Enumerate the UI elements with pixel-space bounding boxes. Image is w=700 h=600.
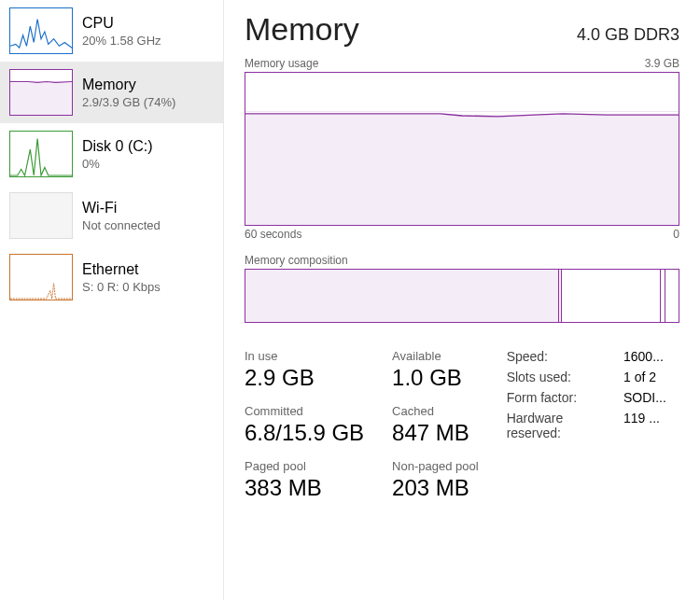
wifi-sparkline-icon [9,192,73,239]
usage-graph-labels: Memory usage 3.9 GB [245,57,679,70]
composition-label: Memory composition [245,254,679,267]
hw-reserved: Hardware reserved: 119 ... [507,411,679,440]
ethernet-sparkline-icon [9,254,73,300]
sidebar-item-disk[interactable]: Disk 0 (C:) 0% [0,123,223,185]
hw-label: Slots used: [507,370,571,384]
stat-value: 203 MB [392,475,479,501]
stat-value: 6.8/15.9 GB [245,420,364,446]
hw-label: Form factor: [507,390,577,405]
hw-value: 1 of 2 [623,370,679,384]
usage-graph-title: Memory usage [245,57,318,70]
sidebar-item-memory[interactable]: Memory 2.9/3.9 GB (74%) [0,62,223,123]
sidebar-item-wifi[interactable]: Wi-Fi Not connected [0,185,223,246]
sidebar-item-cpu[interactable]: CPU 20% 1.58 GHz [0,0,223,62]
stat-label: In use [245,349,364,363]
stat-label: Paged pool [245,459,364,473]
sidebar-item-sub: S: 0 R: 0 Kbps [82,280,161,294]
stats: In use 2.9 GB Available 1.0 GB Committed… [245,349,679,514]
sidebar-item-label: Ethernet [82,261,161,278]
hardware-info: Speed: 1600... Slots used: 1 of 2 Form f… [507,349,679,514]
hw-slots: Slots used: 1 of 2 [507,370,679,384]
hw-value: SODI... [623,390,679,405]
memory-capacity: 4.0 GB DDR3 [577,25,679,45]
composition-segment-standby [562,270,662,322]
sidebar-item-label: Wi-Fi [82,200,161,216]
stat-value: 2.9 GB [245,365,364,391]
page-title: Memory [245,11,359,48]
hw-form-factor: Form factor: SODI... [507,390,679,405]
stat-label: Committed [245,404,364,418]
stats-left: In use 2.9 GB Available 1.0 GB Committed… [245,349,479,514]
stat-in-use: In use 2.9 GB [245,349,364,391]
sidebar-item-sub: Not connected [82,218,161,232]
cpu-sparkline-icon [9,7,73,54]
composition-segment-cap2 [665,270,679,322]
sidebar-item-label: Memory [82,77,175,93]
sidebar: CPU 20% 1.58 GHz Memory 2.9/3.9 GB (74%)… [0,0,224,600]
hw-label: Speed: [507,349,548,364]
hw-speed: Speed: 1600... [507,349,679,364]
stat-committed: Committed 6.8/15.9 GB [245,404,364,446]
stat-available: Available 1.0 GB [392,349,479,391]
main-panel: Memory 4.0 GB DDR3 Memory usage 3.9 GB 6… [224,0,700,600]
sidebar-item-ethernet[interactable]: Ethernet S: 0 R: 0 Kbps [0,246,223,308]
stat-paged-pool: Paged pool 383 MB [245,459,364,501]
stat-label: Non-paged pool [392,459,479,473]
usage-graph-max: 3.9 GB [645,57,679,70]
svg-rect-0 [10,82,72,115]
sidebar-item-sub: 0% [82,157,153,171]
xaxis-left: 60 seconds [245,228,301,241]
sidebar-item-label: Disk 0 (C:) [82,138,153,155]
sidebar-item-sub: 2.9/3.9 GB (74%) [82,95,175,109]
hw-value: 1600... [623,349,679,364]
memory-usage-graph[interactable] [245,72,679,226]
memory-sparkline-icon [9,69,73,116]
stat-cached: Cached 847 MB [392,404,479,446]
stat-label: Available [392,349,479,363]
hw-label: Hardware reserved: [507,411,607,440]
stat-nonpaged-pool: Non-paged pool 203 MB [392,459,479,501]
composition-segment-in_use [245,270,559,322]
header: Memory 4.0 GB DDR3 [245,11,679,48]
hw-value: 119 ... [623,411,679,440]
stat-value: 383 MB [245,475,364,501]
stat-value: 847 MB [392,420,479,446]
disk-sparkline-icon [9,131,73,177]
stat-value: 1.0 GB [392,365,479,391]
xaxis-right: 0 [673,228,679,241]
usage-graph-xaxis: 60 seconds 0 [245,228,679,241]
sidebar-item-label: CPU [82,15,161,32]
memory-composition-bar[interactable] [245,269,679,323]
stat-label: Cached [392,404,479,418]
sidebar-item-sub: 20% 1.58 GHz [82,34,161,48]
